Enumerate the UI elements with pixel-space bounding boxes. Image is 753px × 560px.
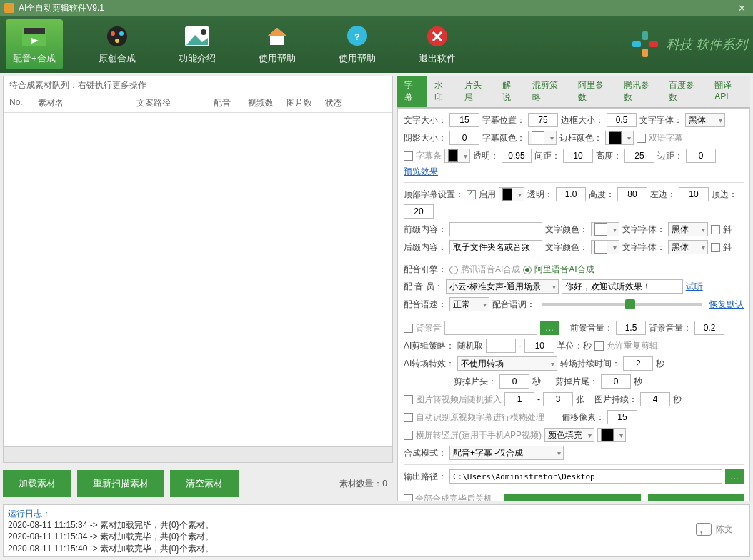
tab-original[interactable]: 原创合成 — [91, 19, 143, 69]
test-listen-link[interactable]: 试听 — [686, 281, 703, 293]
tab-translate-api[interactable]: 翻译API — [707, 76, 750, 107]
tab-help-home[interactable]: 使用帮助 — [251, 19, 303, 69]
tab-subtitles[interactable]: 字幕 — [397, 76, 427, 107]
top-alpha-input[interactable] — [556, 187, 586, 201]
queue-body[interactable] — [4, 113, 392, 446]
top-height-input[interactable] — [617, 187, 647, 201]
output-path-input[interactable] — [449, 469, 722, 484]
compose-mode-select[interactable]: 配音+字幕 -仅合成 — [449, 446, 564, 460]
suffix-input[interactable] — [449, 240, 542, 254]
spacing-input[interactable] — [563, 149, 593, 163]
clip-strategy-label: AI剪辑策略： — [404, 340, 454, 352]
rand-from-input[interactable] — [486, 339, 516, 353]
font-size-input[interactable] — [449, 113, 479, 127]
prefix-italic-checkbox[interactable] — [711, 225, 720, 234]
suffix-font-select[interactable]: 黑体 — [668, 240, 708, 254]
tab-headtail[interactable]: 片头尾 — [457, 76, 495, 107]
speed-select[interactable]: 正常 — [449, 297, 489, 311]
offset-input[interactable] — [607, 410, 637, 424]
tab-watermark[interactable]: 水印 — [427, 76, 457, 107]
tab-label: 原创合成 — [99, 52, 136, 65]
sub-color-select[interactable] — [528, 131, 557, 145]
col-name: 素材名 — [38, 97, 131, 109]
bgm-path-input[interactable] — [444, 321, 537, 335]
svg-point-4 — [111, 31, 115, 36]
border-size-input[interactable] — [607, 113, 637, 127]
bgm-browse-button[interactable]: … — [540, 321, 559, 335]
preview-link[interactable]: 预览效果 — [404, 166, 438, 178]
top-left-input[interactable] — [679, 187, 709, 201]
img-from-input[interactable] — [504, 392, 534, 406]
pager[interactable] — [4, 446, 392, 462]
window-title: AI全自动剪辑软件V9.1 — [19, 2, 700, 14]
maximize-button[interactable]: □ — [717, 2, 732, 14]
margin-input[interactable] — [686, 149, 716, 163]
rescan-material-button[interactable]: 重新扫描素材 — [77, 470, 164, 497]
voice-select[interactable]: 小云-标准女声-通用场景 — [446, 279, 559, 294]
bgm-checkbox[interactable] — [404, 324, 413, 333]
app-icon — [4, 3, 14, 13]
fill-mode-select[interactable]: 颜色填充 — [544, 428, 594, 442]
land2port-checkbox[interactable] — [404, 431, 413, 440]
bar-color-select[interactable] — [444, 149, 470, 163]
tab-tx-params[interactable]: 腾讯参数 — [617, 76, 662, 107]
col-no: No. — [9, 97, 32, 109]
svg-rect-15 — [642, 31, 648, 40]
suffix-italic-checkbox[interactable] — [711, 243, 720, 252]
col-pics: 图片数 — [286, 97, 319, 109]
prefix-input[interactable] — [449, 222, 542, 236]
start-compose-button[interactable]: 开始合成 — [504, 494, 641, 501]
main-toolbar: 配音+合成 原创合成 功能介绍 使用帮助 ? 使用帮助 — [0, 16, 753, 73]
fill-color-select[interactable] — [597, 428, 626, 442]
allow-dup-checkbox[interactable] — [594, 341, 604, 351]
prefix-font-select[interactable]: 黑体 — [668, 222, 708, 236]
tab-baidu-params[interactable]: 百度参数 — [662, 76, 707, 107]
shadow-input[interactable] — [449, 131, 479, 145]
cuttail-input[interactable] — [601, 374, 631, 389]
top-color-select[interactable] — [499, 187, 524, 201]
material-count: 素材数量：0 — [339, 478, 393, 490]
close-button[interactable]: ✕ — [734, 2, 749, 14]
svg-point-8 — [201, 29, 206, 35]
fg-vol-input[interactable] — [616, 321, 646, 335]
rand-to-input[interactable] — [524, 339, 554, 353]
cuthead-input[interactable] — [499, 374, 529, 389]
tab-exit[interactable]: 退出软件 — [412, 19, 463, 69]
reset-link[interactable]: 恢复默认 — [709, 299, 744, 311]
tab-mix-strategy[interactable]: 混剪策略 — [525, 76, 571, 107]
shutdown-checkbox[interactable] — [404, 494, 413, 501]
speed-label: 配音语速： — [404, 299, 447, 311]
load-material-button[interactable]: 加载素材 — [3, 470, 71, 497]
img-to-input[interactable] — [543, 392, 573, 406]
transition-select[interactable]: 不使用转场 — [457, 356, 557, 371]
stop-compose-button[interactable]: 停止合成 — [648, 494, 744, 501]
img2vid-checkbox[interactable] — [404, 395, 413, 404]
engine-ali-radio[interactable] — [523, 266, 532, 274]
top-enable-checkbox[interactable] — [467, 190, 476, 199]
border-color-select[interactable] — [605, 131, 634, 145]
tab-ali-params[interactable]: 阿里参数 — [571, 76, 617, 107]
height-input[interactable] — [624, 149, 654, 163]
auto-blur-checkbox[interactable] — [404, 413, 413, 422]
clear-material-button[interactable]: 清空素材 — [170, 470, 239, 497]
tab-compose[interactable]: 配音+合成 — [6, 19, 63, 69]
bg-vol-input[interactable] — [694, 321, 724, 335]
engine-tx-radio[interactable] — [449, 266, 458, 274]
sub-pos-input[interactable] — [528, 113, 558, 127]
tab-narration[interactable]: 解说 — [495, 76, 525, 107]
output-browse-button[interactable]: … — [725, 469, 744, 484]
trans-dur-input[interactable] — [623, 356, 653, 371]
sub-bar-checkbox[interactable] — [404, 151, 413, 161]
minimize-button[interactable]: — — [700, 2, 714, 14]
top-margin-input[interactable] — [404, 204, 434, 219]
suffix-color-select[interactable] — [591, 240, 619, 254]
tone-slider[interactable] — [542, 303, 702, 306]
img-dur-input[interactable] — [640, 392, 670, 406]
tab-features[interactable]: 功能介绍 — [171, 19, 223, 69]
font-family-select[interactable]: 黑体 — [685, 113, 725, 127]
test-text-input[interactable] — [562, 279, 683, 294]
tab-help[interactable]: ? 使用帮助 — [331, 19, 383, 69]
prefix-color-select[interactable] — [591, 222, 619, 236]
bilingual-checkbox[interactable] — [637, 134, 646, 143]
alpha-input[interactable] — [502, 149, 532, 163]
